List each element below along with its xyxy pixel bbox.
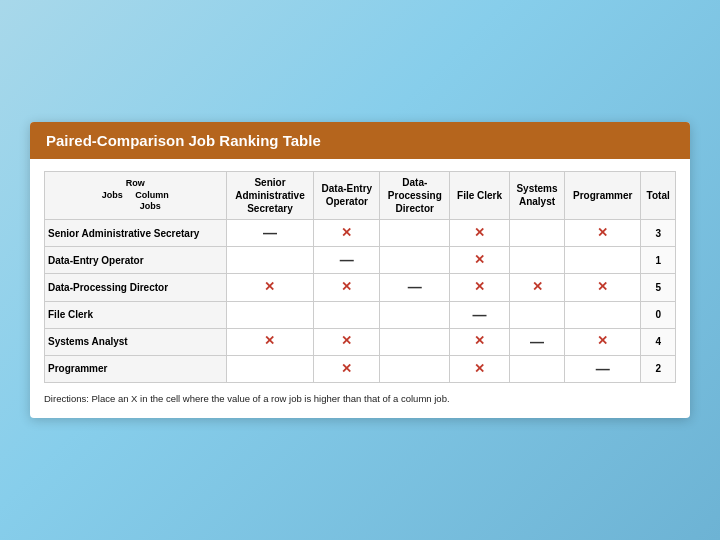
cell-2-6: 5: [641, 274, 676, 301]
table-row: File Clerk—0: [45, 301, 676, 328]
cell-0-4: [509, 219, 564, 246]
cell-4-1: ✕: [314, 328, 380, 355]
cell-0-2: [380, 219, 450, 246]
cell-0-6: 3: [641, 219, 676, 246]
cell-4-2: [380, 328, 450, 355]
cell-1-2: [380, 247, 450, 274]
table-row: Data-Processing Director✕✕—✕✕✕5: [45, 274, 676, 301]
table-row: Systems Analyst✕✕✕—✕4: [45, 328, 676, 355]
page-title: Paired-Comparison Job Ranking Table: [46, 132, 674, 149]
cell-5-2: [380, 355, 450, 382]
cell-3-3: —: [450, 301, 510, 328]
main-card: Paired-Comparison Job Ranking Table RowJ…: [30, 122, 690, 418]
row-label-3: File Clerk: [45, 301, 227, 328]
cell-5-4: [509, 355, 564, 382]
cell-2-1: ✕: [314, 274, 380, 301]
cell-3-6: 0: [641, 301, 676, 328]
cell-2-0: ✕: [226, 274, 314, 301]
cell-2-4: ✕: [509, 274, 564, 301]
col-header-2: Data-ProcessingDirector: [380, 171, 450, 219]
row-label-0: Senior Administrative Secretary: [45, 219, 227, 246]
table-row: Data-Entry Operator—✕1: [45, 247, 676, 274]
row-label-4: Systems Analyst: [45, 328, 227, 355]
cell-5-0: [226, 355, 314, 382]
cell-0-1: ✕: [314, 219, 380, 246]
cell-4-6: 4: [641, 328, 676, 355]
cell-3-4: [509, 301, 564, 328]
table-row: Senior Administrative Secretary—✕✕✕3: [45, 219, 676, 246]
cell-1-3: ✕: [450, 247, 510, 274]
cell-5-6: 2: [641, 355, 676, 382]
cell-4-3: ✕: [450, 328, 510, 355]
cell-0-3: ✕: [450, 219, 510, 246]
card-body: RowJobs Column Jobs SeniorAdministrative…: [30, 159, 690, 418]
cell-5-1: ✕: [314, 355, 380, 382]
col-header-0: SeniorAdministrativeSecretary: [226, 171, 314, 219]
cell-4-4: —: [509, 328, 564, 355]
directions-text: Directions: Place an X in the cell where…: [44, 393, 676, 404]
cell-4-5: ✕: [565, 328, 641, 355]
cell-3-2: [380, 301, 450, 328]
cell-1-6: 1: [641, 247, 676, 274]
cell-2-3: ✕: [450, 274, 510, 301]
cell-2-2: —: [380, 274, 450, 301]
cell-1-1: —: [314, 247, 380, 274]
col-header-5: Programmer: [565, 171, 641, 219]
cell-5-3: ✕: [450, 355, 510, 382]
cell-1-0: [226, 247, 314, 274]
cell-3-5: [565, 301, 641, 328]
col-header-3: File Clerk: [450, 171, 510, 219]
comparison-table: RowJobs Column Jobs SeniorAdministrative…: [44, 171, 676, 383]
table-row: Programmer✕✕—2: [45, 355, 676, 382]
cell-4-0: ✕: [226, 328, 314, 355]
col-header-1: Data-EntryOperator: [314, 171, 380, 219]
cell-5-5: —: [565, 355, 641, 382]
cell-1-5: [565, 247, 641, 274]
row-label-1: Data-Entry Operator: [45, 247, 227, 274]
col-header-total: Total: [641, 171, 676, 219]
cell-3-0: [226, 301, 314, 328]
col-header-4: SystemsAnalyst: [509, 171, 564, 219]
cell-0-5: ✕: [565, 219, 641, 246]
cell-0-0: —: [226, 219, 314, 246]
row-label-5: Programmer: [45, 355, 227, 382]
row-label-2: Data-Processing Director: [45, 274, 227, 301]
cell-2-5: ✕: [565, 274, 641, 301]
corner-cell: RowJobs Column Jobs: [45, 171, 227, 219]
card-header: Paired-Comparison Job Ranking Table: [30, 122, 690, 159]
cell-1-4: [509, 247, 564, 274]
cell-3-1: [314, 301, 380, 328]
